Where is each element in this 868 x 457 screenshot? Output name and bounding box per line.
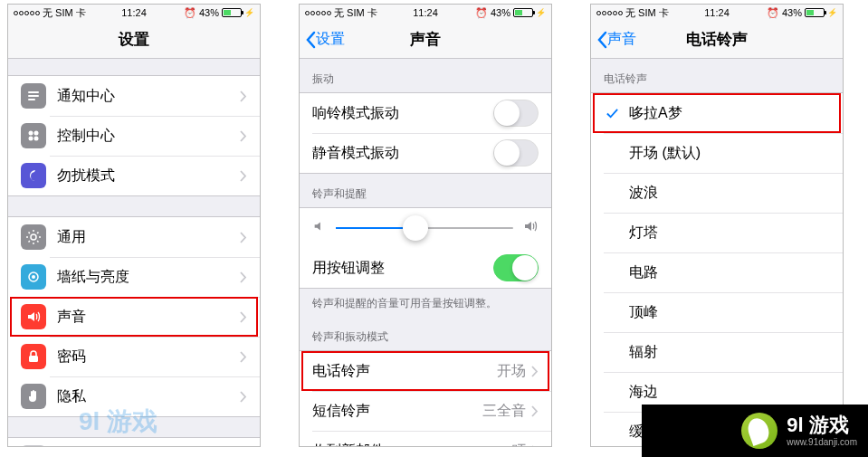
watermark-url: www.91danji.com: [787, 437, 857, 448]
battery-icon: [805, 8, 825, 17]
ringtone-row[interactable]: 短信铃声 三全音: [300, 391, 551, 431]
row-label: 勿扰模式: [57, 167, 240, 186]
chevron-icon: [240, 130, 247, 142]
row-label: 辐射: [629, 343, 830, 362]
row-label: 控制中心: [57, 127, 240, 146]
ringtone-row[interactable]: 电话铃声 开场: [300, 351, 551, 391]
row-label: 静音模式振动: [312, 144, 493, 163]
page-title: 声音: [410, 29, 441, 50]
row-label: 海边: [629, 383, 830, 402]
section-header-ringer: 铃声和提醒: [300, 174, 551, 207]
chevron-icon: [240, 232, 247, 243]
settings-row-wallpaper[interactable]: 墙纸与亮度: [8, 257, 260, 297]
header: 声音 电话铃声: [591, 21, 843, 59]
section-header-vibrate: 振动: [300, 59, 551, 92]
cloud-icon: [21, 445, 46, 447]
svg-rect-2: [28, 99, 35, 100]
row-label: 波浪: [629, 184, 830, 203]
battery-icon: [222, 8, 242, 17]
page-title: 设置: [119, 29, 149, 50]
svg-point-4: [34, 131, 39, 136]
chevron-icon: [531, 445, 539, 448]
row-label: 灯塔: [629, 224, 830, 243]
row-label: 用按钮调整: [312, 259, 493, 278]
ringtone-option[interactable]: 灯塔: [591, 213, 843, 252]
settings-row-moon[interactable]: 勿扰模式: [8, 156, 260, 195]
volume-low-icon: [312, 219, 327, 237]
ringtone-row[interactable]: 收到新邮件 叮: [300, 431, 551, 447]
settings-row-cloud[interactable]: iCloud: [8, 438, 260, 447]
volume-high-icon: [522, 218, 539, 238]
volume-slider[interactable]: [336, 227, 513, 229]
sound-icon: [21, 304, 46, 329]
chevron-icon: [531, 366, 539, 377]
section-footer: 铃声和提醒的音量可用音量按钮调整。: [300, 289, 551, 317]
settings-row-lock[interactable]: 密码: [8, 337, 260, 376]
svg-rect-0: [28, 91, 39, 93]
switch-row: 静音模式振动: [300, 133, 551, 173]
svg-rect-10: [29, 356, 38, 362]
ringtone-option[interactable]: 波浪: [591, 173, 843, 213]
chevron-icon: [240, 351, 247, 363]
alarm-icon: ⏰: [475, 7, 488, 19]
chevron-icon: [240, 271, 247, 283]
chevron-icon: [531, 405, 539, 417]
back-button[interactable]: 设置: [305, 30, 345, 49]
wallpaper-icon: [21, 264, 46, 290]
ringtone-option[interactable]: 电路: [591, 252, 843, 292]
svg-point-9: [32, 275, 35, 279]
screen-ringtone: 无 SIM 卡 11:24 ⏰43%⚡ 声音 电话铃声 电话铃声 哆拉A梦 开场…: [590, 4, 844, 447]
notification-icon: [21, 83, 46, 109]
chevron-icon: [240, 170, 247, 182]
toggle-switch[interactable]: [493, 100, 539, 127]
settings-row-hand[interactable]: 隐私: [8, 376, 260, 416]
adjust-buttons-row: 用按钮调整: [300, 248, 551, 288]
chevron-icon: [240, 90, 247, 102]
status-bar: 无 SIM 卡 11:24 ⏰43%⚡: [8, 5, 260, 21]
control-icon: [21, 123, 46, 148]
row-label: 电路: [629, 263, 830, 282]
battery-pct: 43%: [491, 7, 510, 18]
row-value: 三全音: [482, 402, 526, 421]
row-label: 隐私: [57, 387, 240, 406]
page-title: 电话铃声: [686, 29, 748, 50]
settings-row-sound[interactable]: 声音: [8, 297, 260, 337]
toggle-switch[interactable]: [493, 139, 539, 167]
back-button[interactable]: 声音: [596, 30, 636, 49]
settings-row-control[interactable]: 控制中心: [8, 116, 260, 156]
screen-settings: 无 SIM 卡 11:24 ⏰43%⚡ 设置 通知中心 控制中心 勿扰模式: [7, 4, 261, 447]
moon-icon: [21, 163, 46, 188]
row-label: 声音: [57, 308, 240, 327]
svg-point-7: [31, 234, 36, 240]
row-label: 哆拉A梦: [629, 104, 830, 123]
row-label: 墙纸与亮度: [57, 268, 240, 287]
header: 设置: [8, 21, 260, 59]
status-bar: 无 SIM 卡 11:24 ⏰43%⚡: [300, 5, 551, 21]
lock-icon: [21, 344, 46, 369]
gear-icon: [21, 224, 46, 250]
svg-rect-1: [28, 95, 39, 97]
alarm-icon: ⏰: [184, 7, 196, 19]
section-header-patterns: 铃声和振动模式: [300, 317, 551, 350]
chevron-icon: [240, 311, 247, 323]
charging-icon: ⚡: [827, 8, 837, 17]
row-label: 密码: [57, 348, 240, 367]
status-time: 11:24: [413, 7, 438, 18]
svg-point-6: [34, 137, 39, 141]
settings-row-gear[interactable]: 通用: [8, 217, 260, 257]
ringtone-option[interactable]: 开场 (默认): [591, 133, 843, 173]
row-label: 通知中心: [57, 87, 240, 106]
chevron-icon: [240, 391, 247, 403]
ringtone-option[interactable]: 辐射: [591, 332, 843, 372]
settings-row-notification[interactable]: 通知中心: [8, 76, 260, 116]
watermark-logo-icon: [741, 413, 777, 449]
screen-sounds: 无 SIM 卡 11:24 ⏰43%⚡ 设置 声音 振动 响铃模式振动 静音模式…: [299, 4, 552, 447]
volume-slider-row: [300, 208, 551, 248]
hand-icon: [21, 384, 46, 409]
toggle-switch[interactable]: [493, 254, 539, 281]
status-time: 11:24: [704, 7, 730, 18]
status-time: 11:24: [121, 7, 147, 18]
ringtone-option[interactable]: 顶峰: [591, 292, 843, 332]
row-label: 顶峰: [629, 303, 830, 322]
ringtone-option[interactable]: 哆拉A梦: [591, 93, 843, 133]
